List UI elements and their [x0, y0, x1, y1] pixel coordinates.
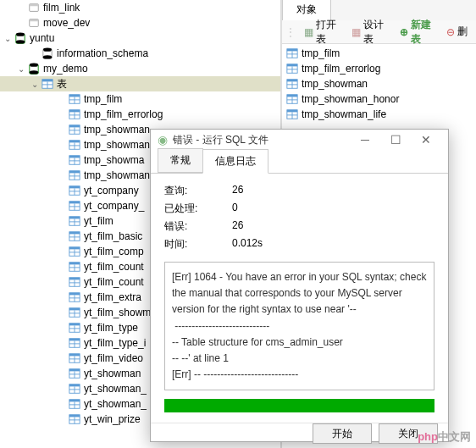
tree-label: tmp_film	[84, 93, 122, 105]
expand-icon[interactable]	[56, 169, 68, 181]
expand-icon[interactable]	[56, 383, 68, 395]
tree-label: yt_film_video	[84, 352, 143, 364]
expand-icon[interactable]: ⌄	[15, 63, 27, 75]
table-icon	[285, 108, 299, 121]
tree-label: yt_company_	[84, 200, 144, 212]
tab-general[interactable]: 常规	[158, 148, 203, 173]
table-icon	[285, 77, 299, 91]
tree-label: tmp_showman	[84, 169, 150, 181]
tree-label: yt_film_type	[84, 322, 138, 334]
tables-icon	[41, 77, 54, 91]
expand-icon[interactable]	[56, 215, 68, 227]
table-icon	[68, 290, 81, 304]
tree-item-tmp_film[interactable]: tmp_film	[0, 91, 280, 107]
expand-icon[interactable]	[56, 124, 68, 136]
expand-icon[interactable]	[56, 291, 68, 303]
expand-icon[interactable]	[15, 17, 27, 29]
minimize-button[interactable]: ─	[350, 130, 380, 150]
table-icon	[68, 382, 81, 395]
tree-item-move_dev[interactable]: move_dev	[0, 15, 280, 30]
close-button[interactable]: ✕	[411, 130, 441, 150]
table-icon	[68, 138, 81, 152]
expand-icon[interactable]	[56, 154, 68, 166]
db-active-icon	[14, 31, 27, 45]
expand-icon[interactable]	[29, 47, 41, 59]
expand-icon[interactable]	[56, 108, 68, 120]
dialog-body: 查询: 26 已处理: 0 错误: 26 时间: 0.012s [Err] 10…	[151, 174, 448, 423]
tree-label: yt_company	[84, 185, 139, 196]
expand-icon[interactable]	[56, 337, 68, 349]
object-item-tmp_showman[interactable]: tmp_showman	[284, 76, 474, 91]
expand-icon[interactable]	[56, 398, 68, 410]
sql-error-dialog: ◉ 错误 - 运行 SQL 文件 ─ ☐ ✕ 常规 信息日志 查询: 26 已处…	[150, 129, 449, 442]
tree-label: my_demo	[43, 63, 88, 75]
expand-icon[interactable]	[56, 352, 68, 364]
schema-active-icon	[27, 62, 41, 75]
object-label: tmp_film_errorlog	[302, 63, 380, 75]
expand-icon[interactable]	[56, 413, 68, 425]
expand-icon[interactable]: ⌄	[2, 32, 14, 44]
tree-item-tmp_film_errorlog[interactable]: tmp_film_errorlog	[0, 107, 280, 122]
design-label: 设计表	[363, 18, 385, 47]
object-item-tmp_film_errorlog[interactable]: tmp_film_errorlog	[284, 61, 474, 76]
design-icon: ▦	[351, 26, 361, 38]
tree-label: tmp_showma	[84, 154, 144, 166]
open-label: 打开表	[316, 18, 338, 47]
error-label: 错误:	[164, 219, 232, 234]
table-icon	[68, 230, 81, 243]
open-icon: ▦	[304, 26, 313, 38]
start-button[interactable]: 开始	[313, 423, 372, 444]
tab-info-log[interactable]: 信息日志	[202, 149, 268, 174]
tree-label: yt_win_prize	[84, 413, 141, 425]
expand-icon[interactable]	[56, 368, 68, 379]
design-table-button[interactable]: ▦ 设计表	[346, 16, 390, 48]
expand-icon[interactable]	[56, 246, 68, 257]
expand-icon[interactable]	[56, 276, 68, 288]
table-icon	[68, 184, 81, 197]
error-message-box[interactable]: [Err] 1064 - You have an error in your S…	[164, 262, 434, 390]
tree-label: information_schema	[57, 47, 148, 59]
tree-label: 表	[57, 77, 67, 91]
watermark: php中文网	[418, 429, 471, 445]
time-label: 时间:	[164, 237, 232, 252]
tree-item-film_link[interactable]: film_link	[0, 0, 280, 15]
tree-item-yuntu[interactable]: ⌄yuntu	[0, 30, 280, 46]
object-item-tmp_film[interactable]: tmp_film	[284, 46, 474, 61]
delete-table-button[interactable]: ⊖ 删	[441, 23, 473, 41]
object-label: tmp_film	[302, 47, 340, 59]
tree-label: yt_film_comp	[84, 246, 144, 257]
maximize-button[interactable]: ☐	[380, 130, 411, 150]
delete-icon: ⊖	[446, 26, 455, 38]
plus-icon: ⊕	[400, 26, 408, 38]
tree-item-information_schema[interactable]: information_schema	[0, 46, 280, 61]
expand-icon[interactable]	[56, 93, 68, 105]
table-icon	[68, 367, 81, 380]
object-item-tmp_showman_honor[interactable]: tmp_showman_honor	[284, 91, 474, 107]
open-table-button[interactable]: ▦ 打开表	[299, 16, 343, 48]
tree-item-my_demo[interactable]: ⌄my_demo	[0, 61, 280, 76]
expand-icon[interactable]	[56, 230, 68, 242]
dialog-footer: 开始 关闭	[151, 423, 448, 444]
tree-label: yt_showman	[84, 368, 141, 379]
tree-item-表[interactable]: ⌄表	[0, 76, 280, 91]
object-item-tmp_showman_life[interactable]: tmp_showman_life	[284, 107, 474, 122]
tree-label: tmp_showman	[84, 124, 150, 136]
table-icon	[68, 321, 81, 335]
new-table-button[interactable]: ⊕ 新建表	[395, 16, 438, 48]
error-value: 26	[232, 219, 434, 234]
expand-icon[interactable]: ⌄	[29, 78, 41, 90]
dialog-titlebar[interactable]: ◉ 错误 - 运行 SQL 文件 ─ ☐ ✕	[151, 130, 448, 150]
tree-label: yt_film_count	[84, 261, 144, 273]
processed-value: 0	[232, 202, 434, 216]
expand-icon[interactable]	[15, 2, 27, 14]
table-icon	[68, 260, 81, 274]
expand-icon[interactable]	[56, 200, 68, 212]
tree-label: tmp_showman	[84, 139, 150, 151]
expand-icon[interactable]	[56, 185, 68, 196]
dialog-tabs: 常规 信息日志	[151, 150, 448, 174]
expand-icon[interactable]	[56, 139, 68, 151]
expand-icon[interactable]	[56, 261, 68, 273]
dialog-title: 错误 - 运行 SQL 文件	[173, 133, 350, 147]
expand-icon[interactable]	[56, 307, 68, 318]
expand-icon[interactable]	[56, 322, 68, 334]
